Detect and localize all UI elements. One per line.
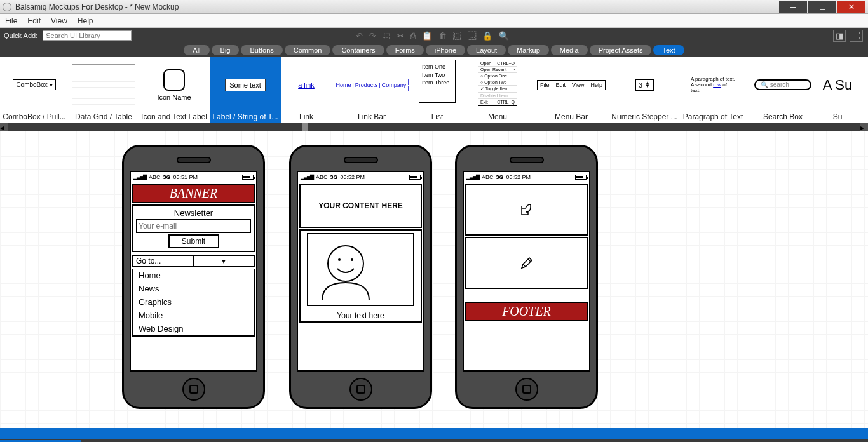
category-project-assets[interactable]: Project Assets <box>590 45 652 55</box>
menu-help[interactable]: Help <box>78 17 93 25</box>
phone-speaker <box>177 157 211 163</box>
clipboard-icon[interactable]: 📋 <box>422 31 432 41</box>
window-minimize-button[interactable]: ─ <box>779 1 807 13</box>
search-icon[interactable]: 🔍 <box>499 31 509 41</box>
battery-icon <box>242 175 254 180</box>
list-item[interactable]: Web Design <box>133 322 254 335</box>
footer-banner[interactable]: FOOTER <box>465 302 588 321</box>
chevron-down-icon: ▾ <box>193 256 254 266</box>
home-button[interactable] <box>349 378 372 401</box>
window-maximize-button[interactable]: ☐ <box>808 1 836 13</box>
lib-linkbar[interactable]: Home|Products|Company| | Link Bar <box>332 57 412 123</box>
content-placeholder[interactable]: YOUR CONTENT HERE <box>299 184 422 228</box>
delete-icon[interactable]: 🗑 <box>438 31 447 41</box>
quick-add-label: Quick Add: <box>4 32 37 39</box>
status-bar: ▁▃▅▇ ABC 3G 05:52 PM <box>464 172 589 182</box>
list-item[interactable]: Mobile <box>133 309 254 322</box>
image-frame <box>307 233 414 306</box>
category-common[interactable]: Common <box>285 45 331 55</box>
menu-view[interactable]: View <box>51 17 67 25</box>
copy-icon[interactable]: ⿻ <box>383 31 391 41</box>
lib-menubar[interactable]: FileEditViewHelp Menu Bar <box>532 57 610 123</box>
list-item[interactable]: News <box>133 282 254 295</box>
category-markup[interactable]: Markup <box>508 45 549 55</box>
lib-link[interactable]: a link Link <box>281 57 332 123</box>
phone-screen-3: ▁▃▅▇ ABC 3G 05:52 PM FOOTER <box>463 171 590 372</box>
category-forms[interactable]: Forms <box>386 45 424 55</box>
newsletter-box: Newsletter Submit <box>132 204 255 252</box>
email-input[interactable] <box>136 219 251 233</box>
lib-stepper[interactable]: 3▲▼ Numeric Stepper ... <box>610 57 679 123</box>
home-button[interactable] <box>182 378 205 401</box>
category-media[interactable]: Media <box>551 45 588 55</box>
image-card[interactable]: Your text here <box>299 229 422 323</box>
mockup-canvas[interactable]: ▁▃▅▇ ABC 3G 05:51 PM BANNER Newsletter S… <box>0 131 868 428</box>
lib-subtitle[interactable]: A Su Su <box>818 57 857 123</box>
scroll-right-button[interactable]: ▸ <box>860 123 868 131</box>
svg-point-1 <box>338 258 341 261</box>
lib-datagrid[interactable]: Data Grid / Table <box>69 57 139 123</box>
svg-point-2 <box>351 258 353 261</box>
undo-icon[interactable]: ↶ <box>356 31 363 41</box>
lib-list[interactable]: Item OneItem TwoItem Three List <box>412 57 463 123</box>
category-containers[interactable]: Containers <box>332 45 384 55</box>
iphone-mockup-1[interactable]: ▁▃▅▇ ABC 3G 05:51 PM BANNER Newsletter S… <box>122 145 265 409</box>
category-big[interactable]: Big <box>212 45 240 55</box>
phone-screen-2: ▁▃▅▇ ABC 3G 05:52 PM YOUR CONTENT HERE <box>297 171 424 372</box>
submit-button[interactable]: Submit <box>168 234 219 248</box>
app-icon <box>3 3 11 11</box>
person-icon <box>311 237 381 300</box>
status-bar: ▁▃▅▇ ABC 3G 05:51 PM <box>131 172 256 182</box>
iphone-mockup-3[interactable]: ▁▃▅▇ ABC 3G 05:52 PM FOOTER <box>455 145 598 409</box>
lib-label[interactable]: Some text Label / String of T... <box>210 57 281 123</box>
goto-dropdown[interactable]: Go to... ▾ <box>132 255 255 267</box>
footer-bar <box>0 428 868 439</box>
image-caption: Your text here <box>302 311 419 320</box>
lib-combobox[interactable]: ComboBox ▾ ComboBox / Pull... <box>0 57 69 123</box>
svg-point-0 <box>328 246 363 281</box>
edit-box[interactable] <box>465 237 588 289</box>
menu-edit[interactable]: Edit <box>27 17 41 25</box>
cut-icon[interactable]: ✂ <box>397 31 404 41</box>
iphone-mockup-2[interactable]: ▁▃▅▇ ABC 3G 05:52 PM YOUR CONTENT HERE <box>289 145 432 409</box>
signal-icon: ▁▃▅▇ <box>133 174 146 180</box>
toolbar-icons: ↶ ↷ ⿻ ✂ ⎙ 📋 🗑 ⿴ ⿺ 🔒 🔍 <box>356 31 509 41</box>
battery-icon <box>409 175 421 180</box>
lib-paragraph[interactable]: A paragraph of text.A second row of text… <box>679 57 747 123</box>
category-layout[interactable]: Layout <box>467 45 506 55</box>
category-text[interactable]: Text <box>653 45 684 55</box>
scroll-left-button[interactable]: ◂ <box>0 123 8 131</box>
twitter-icon <box>519 202 534 217</box>
category-iphone[interactable]: iPhone <box>426 45 465 55</box>
lib-menu[interactable]: OpenCTRL+O Open Recent› ○ Option One ○ O… <box>463 57 532 123</box>
list-item[interactable]: Graphics <box>133 295 254 309</box>
ruler-marker[interactable] <box>302 123 308 131</box>
banner[interactable]: BANNER <box>132 184 255 203</box>
twitter-box[interactable] <box>465 184 588 236</box>
phone-screen-1: ▁▃▅▇ ABC 3G 05:51 PM BANNER Newsletter S… <box>130 171 257 372</box>
window-close-button[interactable]: ✕ <box>837 1 865 13</box>
horizontal-ruler[interactable]: ◂ ▸ <box>0 123 868 131</box>
home-button[interactable] <box>515 378 538 401</box>
menu-file[interactable]: File <box>5 17 17 25</box>
ui-library: ComboBox ▾ ComboBox / Pull... Data Grid … <box>0 57 868 123</box>
pencil-icon <box>519 255 534 271</box>
phone-speaker <box>344 157 378 163</box>
group-icon[interactable]: ⿴ <box>453 31 461 41</box>
quick-add-bar: Quick Add: ↶ ↷ ⿻ ✂ ⎙ 📋 🗑 ⿴ ⿺ 🔒 🔍 ◨ ⛶ <box>0 28 868 43</box>
newsletter-heading: Newsletter <box>136 208 251 218</box>
lib-searchbox[interactable]: 🔍 search Search Box <box>747 57 818 123</box>
category-buttons[interactable]: Buttons <box>241 45 282 55</box>
lib-icon-text[interactable]: Icon Name Icon and Text Label <box>139 57 210 123</box>
category-all[interactable]: All <box>184 45 209 55</box>
category-bar: All Big Buttons Common Containers Forms … <box>0 43 868 57</box>
fullscreen-icon[interactable]: ⛶ <box>850 30 863 42</box>
list-item[interactable]: Home <box>133 269 254 282</box>
redo-icon[interactable]: ↷ <box>369 31 376 41</box>
quick-add-input[interactable] <box>43 30 132 41</box>
lock-icon[interactable]: 🔒 <box>482 31 492 41</box>
paste-icon[interactable]: ⎙ <box>410 31 416 41</box>
toggle-view-icon[interactable]: ◨ <box>833 30 846 42</box>
signal-icon: ▁▃▅▇ <box>466 174 479 180</box>
ungroup-icon[interactable]: ⿺ <box>468 31 476 41</box>
